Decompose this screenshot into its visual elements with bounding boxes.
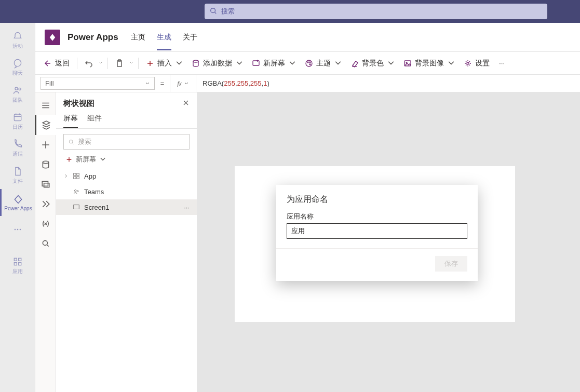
chevron-down-icon	[99, 156, 106, 163]
svg-rect-4	[14, 114, 21, 121]
settings-button[interactable]: 设置	[461, 57, 493, 70]
svg-point-32	[75, 190, 77, 192]
rail-apps[interactable]: 应用	[0, 252, 35, 279]
new-screen-button[interactable]: 新屏幕	[249, 57, 300, 70]
rail-files-label: 文件	[12, 178, 23, 185]
title-bar: 搜索	[0, 0, 580, 23]
undo-button[interactable]	[82, 57, 96, 70]
command-bar: 返回 插入 添加数据 新屏幕	[35, 52, 580, 75]
rail-team-label: 团队	[12, 97, 23, 104]
name-app-dialog: 为应用命名 应用名称 保存	[276, 185, 478, 281]
dialog-title: 为应用命名	[287, 194, 467, 205]
rail-calls[interactable]: 通话	[0, 135, 35, 162]
rail-team[interactable]: 团队	[0, 81, 35, 108]
rail-apps-label: 应用	[12, 268, 23, 275]
rail-calendar[interactable]: 日历	[0, 108, 35, 135]
bgimage-button[interactable]: 背景图像	[400, 57, 458, 70]
tree-tab-components[interactable]: 组件	[87, 114, 102, 128]
svg-rect-24	[42, 181, 48, 186]
tab-about[interactable]: 关于	[183, 24, 197, 50]
rail-chat-label: 聊天	[12, 70, 23, 77]
data-icon[interactable]	[35, 155, 56, 174]
chevron-right-icon	[63, 172, 69, 180]
rail-calendar-label: 日历	[12, 124, 23, 131]
svg-point-5	[14, 229, 16, 231]
app-name-input[interactable]	[287, 223, 467, 239]
svg-rect-28	[74, 173, 76, 175]
formula-bar: Fill = fx RGBA(255, 255, 255, 1)	[35, 75, 580, 92]
theme-button[interactable]: 主题	[302, 57, 345, 70]
search-icon	[68, 139, 75, 145]
advanced-icon[interactable]	[35, 194, 56, 214]
svg-rect-30	[74, 177, 76, 179]
rail-files[interactable]: 文件	[0, 162, 35, 189]
insert-button[interactable]: 插入	[143, 57, 186, 70]
rail-powerapps[interactable]: Power Apps	[0, 189, 35, 216]
nav-arrows	[6, 7, 12, 16]
node-more-icon[interactable]: ···	[184, 204, 190, 211]
app-header: Power Apps 主页 生成 关于	[35, 23, 580, 52]
app-rail: 活动 聊天 团队 日历 通话 文件 Power Apps	[0, 23, 35, 392]
svg-point-18	[309, 62, 311, 63]
media-icon[interactable]	[35, 174, 56, 194]
svg-rect-15	[253, 61, 259, 65]
rail-powerapps-label: Power Apps	[4, 206, 32, 211]
rail-chat[interactable]: 聊天	[0, 54, 35, 81]
svg-point-17	[307, 62, 308, 63]
tree-search[interactable]: 搜索	[63, 134, 190, 150]
variables-icon[interactable]	[35, 214, 56, 234]
svg-point-0	[211, 8, 215, 12]
search-placeholder: 搜索	[221, 7, 235, 16]
teams-icon	[73, 188, 80, 195]
undo-chevron[interactable]	[98, 59, 103, 67]
studio-rail	[35, 92, 56, 392]
svg-point-14	[193, 60, 198, 62]
rail-activity-label: 活动	[12, 43, 23, 50]
tree-view-panel: 树状视图 屏幕 组件 搜索 新屏幕	[56, 92, 197, 392]
svg-rect-8	[14, 258, 17, 261]
svg-point-16	[306, 60, 312, 66]
back-button[interactable]: 返回	[41, 57, 73, 70]
tree-view-icon[interactable]	[35, 115, 56, 135]
svg-point-22	[467, 62, 469, 64]
tab-build[interactable]: 生成	[157, 24, 171, 50]
canvas[interactable]: 为应用命名 应用名称 保存	[197, 92, 580, 392]
svg-point-2	[15, 87, 18, 90]
paste-button[interactable]	[112, 57, 127, 70]
field-label: 应用名称	[287, 212, 467, 221]
svg-point-33	[77, 191, 78, 192]
bgcolor-button[interactable]: 背景色	[347, 57, 398, 70]
add-data-button[interactable]: 添加数据	[188, 57, 247, 70]
tree-tab-screens[interactable]: 屏幕	[63, 114, 78, 128]
equals-label: =	[155, 75, 170, 92]
app-tabs: 主页 生成 关于	[131, 24, 197, 50]
new-screen-button[interactable]: 新屏幕	[56, 152, 197, 167]
formula-input[interactable]: RGBA(255, 255, 255, 1)	[196, 75, 580, 92]
close-tree-icon[interactable]	[182, 99, 190, 109]
add-icon[interactable]	[35, 135, 56, 155]
hamburger-icon[interactable]	[35, 96, 56, 115]
tree-node-screen1[interactable]: Screen1 ···	[56, 199, 197, 215]
tree-node-teams[interactable]: Teams	[56, 184, 197, 199]
svg-point-26	[43, 240, 47, 245]
paste-chevron[interactable]	[129, 59, 134, 67]
svg-rect-31	[77, 177, 79, 179]
global-search[interactable]: 搜索	[205, 4, 547, 19]
toolbar-overflow[interactable]: ···	[495, 57, 509, 69]
powerapps-logo-icon	[45, 30, 60, 45]
tab-home[interactable]: 主页	[131, 24, 145, 50]
chevron-down-icon	[184, 81, 189, 86]
plus-icon	[65, 156, 73, 163]
search-tool-icon[interactable]	[35, 234, 56, 253]
svg-point-6	[17, 229, 18, 231]
fx-button[interactable]: fx	[170, 75, 196, 92]
rail-activity[interactable]: 活动	[0, 27, 35, 54]
svg-rect-11	[18, 263, 21, 265]
save-button[interactable]: 保存	[435, 256, 467, 272]
svg-point-19	[309, 64, 311, 65]
chevron-down-icon	[145, 81, 150, 86]
tree-node-app[interactable]: App	[56, 168, 197, 184]
tree-title: 树状视图	[63, 99, 95, 109]
rail-more[interactable]	[0, 216, 35, 243]
property-selector[interactable]: Fill	[41, 77, 155, 90]
